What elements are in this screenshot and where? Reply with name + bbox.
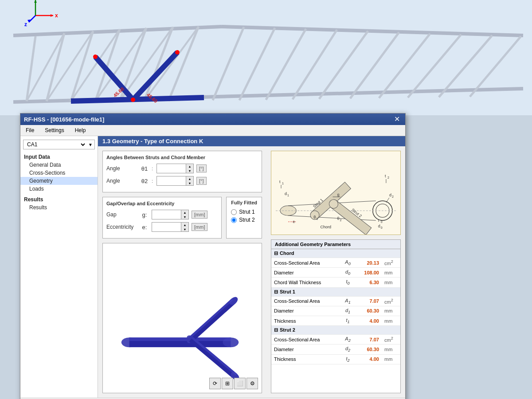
s1-thick-row: Thickness t1 4.00 mm (271, 316, 400, 325)
chord-area-value: 20.13 (355, 258, 382, 268)
gap-inputs-group: Gap/Overlap and Eccentricity Gap g: 22.7… (102, 197, 222, 239)
svg-text:0: 0 (381, 220, 383, 223)
s2-diam-unit: mm (382, 344, 400, 354)
strut1-group-label: ⊟Strut 1 (271, 287, 400, 296)
chord-area-sym: A0 (340, 258, 355, 268)
eccentricity-input[interactable]: 0.00 (152, 223, 181, 231)
menu-help[interactable]: Help (73, 126, 88, 134)
eccentricity-unit: [mm] (192, 223, 207, 231)
svg-text:2: 2 (340, 219, 342, 222)
diagram-box: t 2 d 2 (271, 151, 401, 235)
angle2-down[interactable]: ▼ (186, 181, 193, 185)
gap-spin-buttons: ▲ ▼ (181, 210, 188, 219)
s2-diam-row: Diameter d2 60.30 mm (271, 344, 400, 354)
settings-view-btn[interactable]: ⚙ (246, 378, 258, 389)
s1-diam-label: Diameter (271, 306, 340, 316)
angle2-symbol: θ2 (140, 178, 149, 184)
chord-area-unit: cm2 (382, 258, 400, 268)
angle1-input[interactable]: 45.00 (157, 164, 186, 172)
eccentricity-up[interactable]: ▲ (181, 223, 188, 227)
s2-diam-label: Diameter (271, 344, 340, 354)
gap-overlap-section: Gap/Overlap and Eccentricity Gap g: 22.7… (102, 197, 262, 239)
dialog-title: RF-HSS - [001656-mode-file1] (24, 116, 104, 123)
close-button[interactable]: ✕ (392, 116, 402, 123)
s2-area-label: Cross-Sectional Area (271, 335, 340, 344)
sidebar-loads[interactable]: Loads (20, 185, 98, 193)
gap-up[interactable]: ▲ (181, 210, 188, 215)
eccentricity-spinbox[interactable]: 0.00 ▲ ▼ (152, 222, 189, 232)
menu-file[interactable]: File (24, 126, 36, 134)
menu-settings[interactable]: Settings (43, 126, 66, 134)
angle1-spin-buttons: ▲ ▼ (186, 164, 193, 173)
gap-unit: [mm] (192, 211, 207, 219)
strut2-radio[interactable] (231, 217, 237, 223)
preview-toolbar: ⟳ ⊞ ⬜ ⚙ (209, 378, 258, 389)
svg-point-52 (93, 55, 98, 59)
s1-area-label: Cross-Sectional Area (271, 296, 340, 306)
strut2-group-label: ⊟Strut 2 (271, 326, 400, 335)
gap-down[interactable]: ▼ (181, 215, 188, 219)
angle2-spinbox[interactable]: 45.00 ▲ ▼ (156, 176, 194, 186)
s1-area-row: Cross-Sectional Area A1 7.07 cm2 (271, 296, 400, 306)
strut2-radio-label[interactable]: Strut 2 (231, 217, 257, 223)
chord-thick-value: 6.30 (355, 278, 382, 287)
s2-diam-value: 60.30 (355, 344, 382, 354)
gap-input[interactable]: 22.72 (152, 211, 181, 219)
ca-dropdown-container[interactable]: CA1 ▼ (23, 140, 95, 149)
eccentricity-row: Eccentricity e: 0.00 ▲ ▼ [mm] (106, 222, 218, 232)
main-dialog: RF-HSS - [001656-mode-file1] ✕ File Sett… (20, 113, 406, 399)
section-title: 1.3 Geometry - Type of Connection K (98, 136, 405, 146)
angle1-symbol: θ1 (140, 165, 149, 172)
svg-point-53 (175, 50, 180, 55)
sidebar: CA1 ▼ Input Data General Data Cross-Sect… (20, 136, 98, 398)
sidebar-input-data[interactable]: Input Data (20, 153, 98, 161)
gap-spinbox[interactable]: 22.72 ▲ ▼ (152, 210, 189, 219)
s2-thick-value: 4.00 (355, 354, 382, 364)
chord-area-label: Cross-Sectional Area (271, 258, 340, 268)
angle2-up[interactable]: ▲ (186, 176, 193, 181)
s1-area-value: 7.07 (355, 296, 382, 306)
angle1-up[interactable]: ▲ (186, 164, 193, 168)
eccentricity-label: Eccentricity (106, 224, 137, 230)
angle1-label: Angle (106, 165, 137, 172)
s2-area-row: Cross-Sectional Area A2 7.07 cm2 (271, 335, 400, 344)
chord-diam-sym: d0 (340, 268, 355, 278)
strut1-radio[interactable] (231, 209, 237, 215)
angle1-spinbox[interactable]: 45.00 ▲ ▼ (156, 164, 194, 173)
s2-thick-unit: mm (382, 354, 400, 364)
sidebar-results[interactable]: Results (20, 196, 98, 203)
svg-text:θ: θ (337, 216, 340, 221)
zoom-fit-btn[interactable]: ⊞ (222, 378, 233, 389)
ca-select[interactable]: CA1 (23, 140, 86, 149)
sidebar-results-sub[interactable]: Results (20, 203, 98, 211)
angle1-down[interactable]: ▼ (186, 168, 193, 173)
eccentricity-down[interactable]: ▼ (181, 227, 188, 231)
s1-thick-unit: mm (382, 316, 400, 325)
angle2-input[interactable]: 45.00 (157, 177, 186, 185)
sidebar-geometry[interactable]: Geometry (20, 177, 98, 185)
svg-text:θ: θ (313, 215, 316, 219)
preview-box: ⟳ ⊞ ⬜ ⚙ (102, 243, 262, 393)
gap-row: Gap g: 22.72 ▲ ▼ [mm] (106, 210, 218, 219)
reset-view-btn[interactable]: ⟳ (209, 378, 221, 389)
svg-text:z: z (24, 21, 27, 27)
diagram-svg: t 2 d 2 (271, 151, 400, 235)
sidebar-cross-sections[interactable]: Cross-Sections (20, 169, 98, 177)
angle2-spin-buttons: ▲ ▼ (186, 176, 193, 185)
chord-group-label: ⊟Chord (271, 249, 400, 258)
gap-title: Gap/Overlap and Eccentricity (106, 201, 218, 206)
params-title: Additional Geometry Parameters (271, 240, 400, 249)
wireframe-btn[interactable]: ⬜ (234, 378, 246, 389)
svg-text:g: g (337, 192, 340, 197)
chord-thick-row: Chord Wall Thickness t0 6.30 mm (271, 278, 400, 287)
angle1-unit: [°] (196, 164, 207, 172)
s1-diam-value: 60.30 (355, 306, 382, 316)
chord-area-row: Cross-Sectional Area A0 20.13 cm2 (271, 258, 400, 268)
chord-diam-unit: mm (382, 268, 400, 278)
svg-rect-54 (103, 261, 262, 376)
sidebar-general-data[interactable]: General Data (20, 161, 98, 169)
chord-group-row: ⊟Chord (271, 249, 400, 258)
gap-symbol: g: (140, 211, 149, 218)
chord-diam-row: Diameter d0 108.00 mm (271, 268, 400, 278)
strut1-radio-label[interactable]: Strut 1 (231, 209, 257, 215)
